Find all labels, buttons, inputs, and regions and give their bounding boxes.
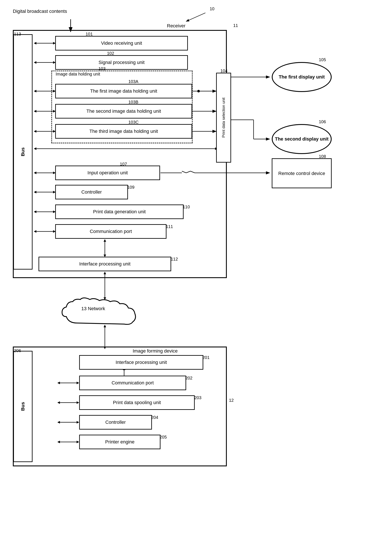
- svg-line-5: [186, 13, 205, 21]
- printer-engine: Printer engine: [79, 435, 161, 449]
- ref-102: 102: [107, 51, 114, 56]
- network-label: 13 Network: [81, 306, 105, 312]
- ref-110: 110: [183, 204, 190, 209]
- video-receiving-unit: Video receiving unit: [55, 36, 188, 51]
- print-data-generation-unit: Print data generation unit: [55, 204, 183, 219]
- interface-processing-image-forming: Interface processing unit: [79, 355, 203, 370]
- image-data-holding-label: Image data holding unit: [56, 72, 100, 77]
- communication-port-receiver: Communication port: [55, 224, 167, 239]
- ref-12: 12: [229, 398, 234, 403]
- first-display-unit: The first display unit: [272, 62, 332, 92]
- digital-broadcast-label: Digital broadcast contents: [13, 9, 67, 14]
- print-data-selection-unit: Print data selection unit: [216, 73, 231, 163]
- first-image-data-holding-unit: The first image data holding unit: [55, 84, 192, 99]
- diagram: Digital broadcast contents 10 Receiver 1…: [0, 0, 392, 541]
- remote-control-device: Remote control device: [272, 158, 332, 188]
- ref-103: 103: [99, 66, 105, 71]
- input-operation-unit: Input operation unit: [55, 166, 160, 180]
- ref-206: 206: [14, 348, 21, 353]
- interface-processing-receiver: Interface processing unit: [38, 257, 171, 271]
- bus-receiver: Bus: [13, 34, 32, 270]
- signal-processing-unit: Signal processing unit: [55, 55, 188, 70]
- ref-108: 108: [319, 154, 326, 159]
- remote-control-label: Remote control device: [278, 170, 325, 177]
- bus-image-forming: Bus: [13, 351, 32, 462]
- third-image-data-holding-unit: The third image data holding unit: [55, 124, 192, 139]
- controller-receiver: Controller: [55, 185, 128, 199]
- ref-107: 107: [120, 162, 127, 167]
- ref-106: 106: [319, 119, 326, 124]
- network-cloud: [60, 297, 150, 327]
- ref-111: 111: [166, 224, 173, 229]
- print-data-selection-label: Print data selection unit: [221, 98, 226, 138]
- second-image-data-holding-unit: The second image data holding unit: [55, 104, 192, 119]
- ref-112: 112: [171, 257, 178, 262]
- image-forming-label: Image forming device: [133, 348, 178, 354]
- ref-202: 202: [185, 376, 192, 380]
- communication-port-image-forming: Communication port: [79, 376, 186, 390]
- ref-113: 113: [14, 32, 21, 36]
- ref-205: 205: [160, 435, 167, 440]
- receiver-label: Receiver: [167, 23, 186, 29]
- ref-101: 101: [86, 32, 93, 36]
- second-display-label: The second display unit: [275, 136, 329, 142]
- bus-receiver-label: Bus: [20, 147, 26, 156]
- first-display-label: The first display unit: [279, 74, 324, 80]
- ref-203: 203: [194, 395, 201, 400]
- ref-105: 105: [319, 57, 326, 62]
- ref-104: 104: [220, 68, 227, 73]
- second-display-unit: The second display unit: [272, 124, 332, 154]
- bus-image-forming-label: Bus: [20, 402, 26, 411]
- print-data-spooling-unit: Print data spooling unit: [79, 395, 195, 410]
- ref-201: 201: [202, 355, 209, 360]
- ref-103a: 103A: [128, 79, 138, 84]
- ref-11: 11: [233, 23, 238, 28]
- ref-10: 10: [210, 6, 214, 11]
- ref-109: 109: [127, 185, 134, 190]
- controller-image-forming: Controller: [79, 415, 152, 430]
- ref-204: 204: [151, 415, 158, 420]
